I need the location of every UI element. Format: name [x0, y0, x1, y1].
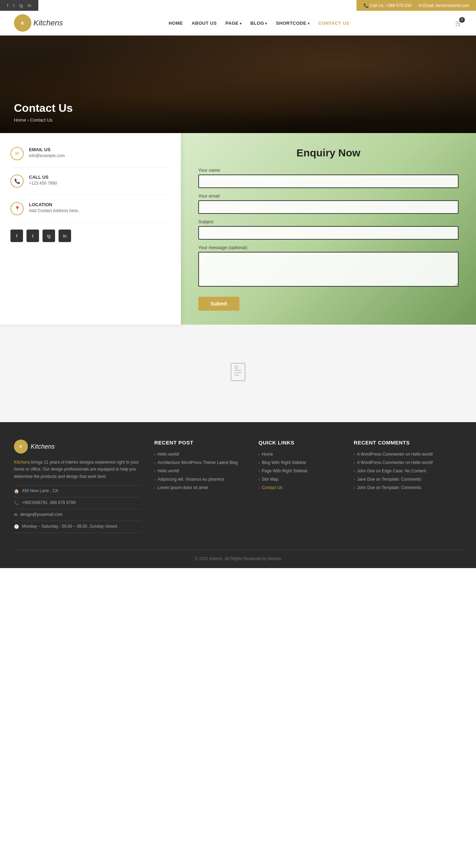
submit-button[interactable]: Submit — [198, 297, 239, 311]
footer-hours: 🕐 Monday – Saturday : 09.00 – 08.00 ,Sun… — [14, 524, 140, 529]
svg-point-4 — [235, 366, 238, 369]
ig-social-btn[interactable]: ig — [43, 230, 55, 242]
clock-icon: 🕐 — [14, 524, 19, 529]
list-item: › Hello world! — [154, 468, 245, 473]
call-value: +123 456 7890 — [29, 181, 57, 186]
contact-form-panel: Enquiry Now Your name Your email Subject… — [181, 133, 476, 325]
comment-link-1[interactable]: › A WordPress Commenter on Hello world! — [354, 452, 462, 457]
chevron-icon: › — [354, 478, 355, 481]
quick-link-page-sidebar[interactable]: › Page With Right Sidebar — [259, 468, 340, 473]
email-field-group: Your email — [198, 193, 459, 214]
nav-about[interactable]: ABOUT US — [192, 21, 217, 26]
breadcrumb-home[interactable]: Home — [14, 117, 26, 123]
quick-links-list: › Home › Blog With Right Sidebar › Page … — [259, 452, 340, 490]
footer: K Kitchens Kitchens brings 11 years of i… — [0, 422, 476, 568]
email-input[interactable] — [198, 200, 459, 214]
top-bar-left: f t ig in — [0, 0, 38, 11]
call-info-item: 📞 CALL US +123 456 7890 — [10, 175, 170, 195]
subject-input[interactable] — [198, 226, 459, 240]
call-info-text: CALL US +123 456 7890 — [29, 175, 57, 186]
li-social-btn[interactable]: in — [59, 230, 71, 242]
top-bar-right: 📞 Call Us: +089 678 034 ✉ Email: kichens… — [356, 0, 476, 11]
chevron-icon: › — [259, 486, 260, 490]
logo-initial: K — [21, 21, 24, 26]
list-item: › Jane Doe on Template: Comments — [354, 477, 462, 482]
email-icon: ✉ — [10, 147, 24, 160]
nav-contact[interactable]: CONTACT US — [318, 21, 349, 26]
cart-icon[interactable]: 🛒 0 — [455, 20, 462, 26]
list-item: › Page With Right Sidebar — [259, 468, 340, 473]
nav-shortcode[interactable]: SHORTCODE — [276, 21, 309, 26]
post-link-3[interactable]: › Hello world! — [154, 468, 245, 473]
nav-home[interactable]: HOME — [169, 21, 183, 26]
post-link-5[interactable]: › Lorem ipsum dolor sit amet — [154, 485, 245, 490]
location-label: LOCATION — [29, 202, 80, 207]
footer-about-col: K Kitchens Kitchens brings 11 years of i… — [14, 440, 140, 536]
quick-link-home[interactable]: › Home — [259, 452, 340, 457]
email-info-item: ✉ EMAIL US info@example.com — [10, 147, 170, 168]
list-item: › Adipiscing elit. Vivamus eu pharetra — [154, 477, 245, 482]
linkedin-icon[interactable]: in — [28, 3, 31, 8]
list-item: › Contact Us — [259, 485, 340, 490]
location-icon: 📍 — [10, 202, 24, 215]
footer-divider-1 — [14, 485, 140, 486]
logo-circle: K — [14, 14, 31, 32]
hero-banner: Contact Us Home › Contact Us — [0, 36, 476, 133]
breadcrumb-current: Contact Us — [30, 117, 52, 123]
post-link-1[interactable]: › Hello world! — [154, 452, 245, 457]
location-info-text: LOCATION Add Contact Address here.. — [29, 202, 80, 213]
list-item: › Architecture WordPress Theme Latest Bl… — [154, 460, 245, 465]
contact-social: f t ig in — [10, 230, 170, 242]
footer-address-text: 456 New Lane , CA — [22, 488, 58, 493]
post-link-4[interactable]: › Adipiscing elit. Vivamus eu pharetra — [154, 477, 245, 482]
footer-divider-5 — [14, 533, 140, 533]
comment-link-4[interactable]: › Jane Doe on Template: Comments — [354, 477, 462, 482]
broken-image-section — [0, 325, 476, 422]
email-value: info@example.com — [29, 153, 65, 158]
footer-quick-links-col: QUICK LINKS › Home › Blog With Right Sid… — [259, 440, 340, 536]
navigation: HOME ABOUT US PAGE BLOG SHORTCODE CONTAC… — [169, 21, 350, 26]
footer-logo: K Kitchens — [14, 440, 140, 454]
chevron-icon: › — [154, 486, 155, 490]
breadcrumb: Home › Contact Us — [14, 117, 462, 123]
quick-link-sitemap[interactable]: › Site Map — [259, 477, 340, 482]
list-item: › John Doe on Template: Comments — [354, 485, 462, 490]
comment-link-2[interactable]: › A WordPress Commenter on Hello world! — [354, 460, 462, 465]
list-item: › John Doe on Edge Case: No Content — [354, 468, 462, 473]
footer-phone-text: +9923456781, 088 678 6789 — [22, 500, 76, 505]
hero-title: Contact Us — [14, 102, 462, 115]
facebook-icon[interactable]: f — [7, 3, 8, 8]
instagram-icon[interactable]: ig — [19, 3, 23, 8]
chevron-icon: › — [354, 461, 355, 465]
message-textarea[interactable] — [198, 252, 459, 287]
quick-link-contact[interactable]: › Contact Us — [259, 485, 340, 490]
fb-social-btn[interactable]: f — [10, 230, 23, 242]
footer-email-text: design@youemail.com — [20, 512, 63, 517]
post-link-2[interactable]: › Architecture WordPress Theme Latest Bl… — [154, 460, 245, 465]
nav-blog[interactable]: BLOG — [251, 21, 267, 26]
message-field-group: Your message (optional) — [198, 245, 459, 288]
contact-form-wrapper: Enquiry Now Your name Your email Subject… — [198, 147, 459, 311]
broken-image-icon — [229, 362, 247, 386]
chevron-icon: › — [354, 469, 355, 473]
comment-link-3[interactable]: › John Doe on Edge Case: No Content — [354, 468, 462, 473]
tw-social-btn[interactable]: t — [26, 230, 39, 242]
twitter-icon[interactable]: t — [13, 3, 15, 8]
footer-recent-post-col: RECENT POST › Hello world! › Architectur… — [154, 440, 245, 536]
comment-link-5[interactable]: › John Doe on Template: Comments — [354, 485, 462, 490]
list-item: › Lorem ipsum dolor sit amet — [154, 485, 245, 490]
location-info-item: 📍 LOCATION Add Contact Address here.. — [10, 202, 170, 223]
list-item: › A WordPress Commenter on Hello world! — [354, 460, 462, 465]
logo[interactable]: K Kitchens — [14, 14, 63, 32]
footer-address: 🏠 456 New Lane , CA — [14, 488, 140, 494]
chevron-icon: › — [354, 452, 355, 456]
email-form-label: Your email — [198, 193, 459, 199]
quick-link-blog-sidebar[interactable]: › Blog With Right Sidebar — [259, 460, 340, 465]
contact-section: ✉ EMAIL US info@example.com 📞 CALL US +1… — [0, 133, 476, 325]
chevron-icon: › — [259, 469, 260, 473]
footer-divider-2 — [14, 497, 140, 497]
name-input[interactable] — [198, 175, 459, 188]
email-info-text: EMAIL US info@example.com — [29, 147, 65, 158]
footer-brand-link[interactable]: Kitchens — [14, 460, 30, 465]
nav-page[interactable]: PAGE — [225, 21, 242, 26]
